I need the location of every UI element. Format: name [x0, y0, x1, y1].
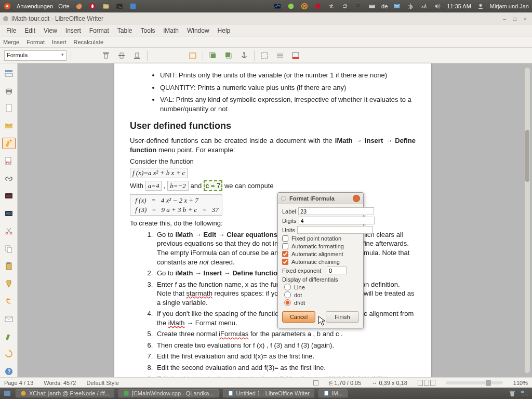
opera-tray-icon[interactable]	[314, 2, 322, 10]
menu-applications[interactable]: Anwendungen	[17, 3, 53, 9]
app-icon[interactable]	[129, 2, 137, 10]
paragraph-style-combo[interactable]: Formula	[4, 50, 66, 61]
formula-box-a[interactable]: a=4	[145, 181, 162, 191]
auto-align-checkbox[interactable]	[282, 251, 288, 257]
user-name[interactable]: Mirjam und Jan	[490, 3, 529, 9]
status-layout-icons[interactable]	[418, 380, 435, 386]
task-qtcreator[interactable]: [CMainWindow.cpp - QLandka...	[118, 389, 219, 397]
network-icon[interactable]	[420, 2, 428, 10]
status-style[interactable]: Default Style	[86, 380, 118, 386]
dialog-titlebar[interactable]: Format iFormula	[278, 193, 363, 204]
align-bottom-icon[interactable]	[131, 50, 143, 61]
trash-icon[interactable]	[508, 389, 516, 397]
diff-line-radio[interactable]	[284, 284, 291, 290]
window-minimize-button[interactable]: –	[501, 15, 508, 22]
formula-box-b[interactable]: b=−2	[167, 181, 189, 191]
menu-help[interactable]: Help	[214, 25, 235, 36]
cancel-button[interactable]: Cancel	[282, 311, 315, 323]
imath-insert[interactable]: Insert	[52, 39, 66, 45]
units-input[interactable]	[297, 226, 373, 234]
system-monitor-icon[interactable]	[273, 2, 282, 10]
status-orange-x-icon[interactable]	[300, 2, 309, 10]
help-icon[interactable]: ?	[2, 366, 16, 377]
menu-file[interactable]: File	[2, 25, 20, 36]
fixed-point-checkbox[interactable]	[282, 235, 288, 242]
menu-table[interactable]: Table	[113, 25, 137, 36]
scrollbar-thumb[interactable]	[525, 130, 529, 182]
keyboard-lang[interactable]: de	[381, 3, 388, 9]
task-writer-untitled[interactable]: Untitled 1 - LibreOffice Writer	[223, 389, 314, 397]
bring-front-icon[interactable]	[207, 50, 219, 61]
rotate-icon[interactable]	[2, 349, 16, 360]
status-page[interactable]: Page 4 / 13	[4, 380, 33, 386]
diff-dot-radio[interactable]	[284, 291, 291, 298]
equation-block[interactable]: f (x) = 4 x² − 2 x + 7 f (3) = 9 a + 3 b…	[130, 194, 222, 216]
formula-box-c-selected[interactable]: c = 7	[204, 180, 223, 192]
menu-imath[interactable]: iMath	[159, 25, 183, 36]
digits-input[interactable]	[299, 217, 375, 224]
show-desktop-icon[interactable]	[3, 389, 11, 397]
styles-panel-icon[interactable]	[2, 68, 16, 79]
draw-functions-icon[interactable]	[2, 331, 16, 342]
ubuntu-logo-icon[interactable]	[3, 2, 11, 10]
status-green-icon[interactable]	[287, 2, 295, 10]
dialog-close-button[interactable]	[353, 195, 360, 202]
volume-icon[interactable]	[433, 2, 442, 10]
record-changes-icon[interactable]: REC	[2, 190, 16, 202]
window-maximize-button[interactable]: □	[511, 15, 518, 22]
window-close-button[interactable]: ×	[522, 15, 529, 22]
status-zoom[interactable]: 110%	[513, 380, 528, 386]
document-canvas[interactable]: UNIT: Prints only the units of the varia…	[18, 63, 532, 377]
mail-icon[interactable]	[393, 2, 401, 10]
firefox-icon[interactable]	[75, 2, 83, 10]
label-input[interactable]	[298, 207, 374, 215]
task-xchat[interactable]: XChat: janrh @ FreeNode / #f...	[16, 389, 114, 397]
border-style-icon[interactable]	[274, 50, 286, 61]
menu-tools[interactable]: Tools	[137, 25, 159, 36]
dropbox-icon[interactable]	[354, 2, 363, 10]
formula-box-fx[interactable]: f (x)=a x² + b x + c	[130, 168, 188, 178]
diff-dfdt-radio[interactable]	[284, 299, 291, 306]
menu-edit[interactable]: Edit	[20, 25, 39, 36]
auto-chain-checkbox[interactable]	[282, 259, 288, 265]
zoom-slider[interactable]	[446, 381, 503, 384]
auto-format-checkbox[interactable]	[282, 243, 288, 249]
imath-merge[interactable]: Merge	[3, 39, 19, 45]
keyboard-icon[interactable]	[368, 2, 376, 10]
highlight-icon[interactable]	[2, 138, 16, 149]
border-color-icon[interactable]	[290, 50, 301, 61]
envelope-icon[interactable]	[2, 313, 16, 325]
menu-format[interactable]: Format	[85, 25, 113, 36]
send-back-icon[interactable]	[223, 50, 234, 61]
clock[interactable]: 11:35 AM	[447, 3, 471, 9]
pdf-export-icon[interactable]: PDF	[2, 155, 16, 167]
files-icon[interactable]	[102, 2, 110, 10]
status-view-icon[interactable]	[313, 380, 318, 385]
menu-window[interactable]: Window	[183, 25, 214, 36]
align-middle-icon[interactable]	[116, 50, 127, 61]
track-changes-icon[interactable]: REC	[2, 208, 16, 219]
copy-icon[interactable]	[2, 243, 16, 255]
vertical-scrollbar[interactable]	[525, 68, 530, 373]
menu-view[interactable]: View	[39, 25, 61, 36]
bluetooth-icon[interactable]	[406, 2, 415, 10]
menu-places[interactable]: Orte	[58, 3, 69, 9]
link-icon[interactable]	[2, 173, 16, 184]
fixed-exponent-input[interactable]	[327, 267, 347, 274]
imath-recalculate[interactable]: Recalculate	[74, 39, 103, 45]
mail-panel-icon[interactable]	[2, 120, 16, 131]
workspace-switcher-icon[interactable]	[521, 389, 529, 397]
document-icon[interactable]	[2, 103, 16, 114]
paint-format-icon[interactable]	[2, 278, 16, 289]
opera-icon[interactable]	[88, 2, 97, 10]
task-writer-imath[interactable]: iM...	[318, 389, 348, 397]
finish-button[interactable]: Finish	[326, 311, 359, 323]
menu-insert[interactable]: Insert	[61, 25, 85, 36]
frame-icon[interactable]	[187, 50, 198, 61]
terminal-icon[interactable]: >_	[115, 2, 124, 10]
anchor-icon[interactable]	[238, 50, 250, 61]
print-icon[interactable]	[2, 85, 16, 97]
sync-icon[interactable]	[341, 2, 349, 10]
paste-icon[interactable]	[2, 261, 16, 272]
cut-icon[interactable]	[2, 225, 16, 237]
